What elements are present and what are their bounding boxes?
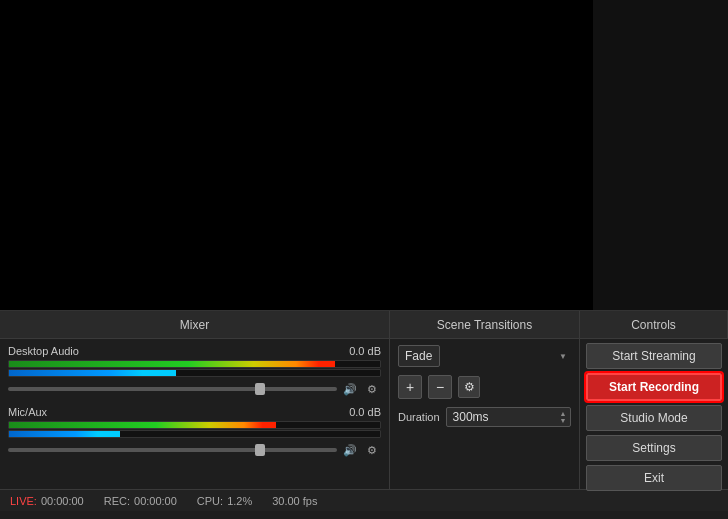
mic-aux-meters (8, 421, 381, 438)
status-bar: LIVE: 00:00:00 REC: 00:00:00 CPU: 1.2% 3… (0, 489, 728, 511)
controls-panel: Start Streaming Start Recording Studio M… (580, 339, 728, 489)
desktop-audio-settings-btn[interactable]: ⚙ (363, 380, 381, 398)
transitions-header-label: Scene Transitions (437, 318, 532, 332)
duration-input-wrapper: ▲ ▼ (446, 407, 571, 427)
start-recording-button[interactable]: Start Recording (586, 373, 722, 401)
desktop-audio-name: Desktop Audio (8, 345, 79, 357)
mic-aux-meter-2 (8, 430, 381, 438)
desktop-audio-channel: Desktop Audio 0.0 dB 🔊 ⚙ (8, 345, 381, 398)
duration-label: Duration (398, 411, 440, 423)
studio-mode-button[interactable]: Studio Mode (586, 405, 722, 431)
transitions-panel: Fade + − ⚙ Duration ▲ ▼ (390, 339, 580, 489)
duration-down-arrow[interactable]: ▼ (560, 417, 567, 424)
mic-aux-controls: 🔊 ⚙ (8, 441, 381, 459)
duration-input[interactable] (446, 407, 571, 427)
rec-label: REC: (104, 495, 130, 507)
desktop-audio-meter-2 (8, 369, 381, 377)
mixer-header-label: Mixer (180, 318, 209, 332)
side-preview (593, 0, 728, 310)
mixer-panel: Desktop Audio 0.0 dB 🔊 ⚙ (0, 339, 390, 489)
desktop-audio-meters (8, 360, 381, 377)
mic-aux-header: Mic/Aux 0.0 dB (8, 406, 381, 418)
transitions-header: Scene Transitions (390, 311, 580, 338)
desktop-audio-meter-2-fill (9, 370, 176, 376)
remove-transition-btn[interactable]: − (428, 375, 452, 399)
live-status: LIVE: 00:00:00 (10, 495, 84, 507)
controls-header-label: Controls (631, 318, 676, 332)
duration-up-arrow[interactable]: ▲ (560, 410, 567, 417)
desktop-audio-meter-1 (8, 360, 381, 368)
cpu-value: 1.2% (227, 495, 252, 507)
fps-status: 30.00 fps (272, 495, 317, 507)
live-label: LIVE: (10, 495, 37, 507)
desktop-audio-slider[interactable] (8, 387, 337, 391)
fps-value: 30.00 fps (272, 495, 317, 507)
rec-status: REC: 00:00:00 (104, 495, 177, 507)
desktop-audio-mute-btn[interactable]: 🔊 (341, 380, 359, 398)
live-time: 00:00:00 (41, 495, 84, 507)
exit-button[interactable]: Exit (586, 465, 722, 491)
cpu-status: CPU: 1.2% (197, 495, 252, 507)
duration-row: Duration ▲ ▼ (398, 407, 571, 427)
mic-aux-meter-1 (8, 421, 381, 429)
mic-aux-meter-2-fill (9, 431, 120, 437)
transitions-select-row: Fade (398, 345, 571, 367)
mic-aux-mute-btn[interactable]: 🔊 (341, 441, 359, 459)
main-content: Desktop Audio 0.0 dB 🔊 ⚙ (0, 339, 728, 489)
add-transition-btn[interactable]: + (398, 375, 422, 399)
mic-aux-channel: Mic/Aux 0.0 dB 🔊 ⚙ (8, 406, 381, 459)
settings-button[interactable]: Settings (586, 435, 722, 461)
rec-time: 00:00:00 (134, 495, 177, 507)
desktop-audio-header: Desktop Audio 0.0 dB (8, 345, 381, 357)
start-streaming-button[interactable]: Start Streaming (586, 343, 722, 369)
mic-aux-slider-thumb[interactable] (255, 444, 265, 456)
desktop-audio-meter-1-fill (9, 361, 335, 367)
transition-settings-btn[interactable]: ⚙ (458, 376, 480, 398)
desktop-audio-controls: 🔊 ⚙ (8, 380, 381, 398)
cpu-label: CPU: (197, 495, 223, 507)
mixer-header: Mixer (0, 311, 390, 338)
desktop-audio-slider-thumb[interactable] (255, 383, 265, 395)
mic-aux-slider[interactable] (8, 448, 337, 452)
duration-spinner: ▲ ▼ (557, 407, 569, 427)
mic-aux-meter-1-fill (9, 422, 276, 428)
bottom-panel: Mixer Scene Transitions Controls Desktop… (0, 310, 728, 519)
preview-area (0, 0, 728, 310)
fade-select-wrapper: Fade (398, 345, 571, 367)
controls-header: Controls (580, 311, 728, 338)
main-preview (0, 0, 593, 310)
fade-select[interactable]: Fade (398, 345, 440, 367)
mic-aux-name: Mic/Aux (8, 406, 47, 418)
transitions-buttons: + − ⚙ (398, 375, 571, 399)
section-headers: Mixer Scene Transitions Controls (0, 311, 728, 339)
mic-aux-db: 0.0 dB (349, 406, 381, 418)
desktop-audio-db: 0.0 dB (349, 345, 381, 357)
mic-aux-settings-btn[interactable]: ⚙ (363, 441, 381, 459)
